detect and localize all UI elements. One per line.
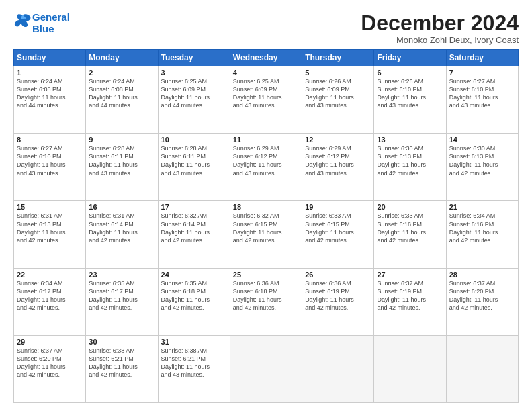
calendar-header-row: SundayMondayTuesdayWednesdayThursdayFrid… — [14, 50, 519, 66]
day-number: 3 — [161, 68, 227, 77]
calendar-cell — [230, 335, 302, 402]
day-info: Sunrise: 6:35 AMSunset: 6:17 PMDaylight:… — [89, 279, 154, 312]
calendar-cell: 15Sunrise: 6:31 AMSunset: 6:13 PMDayligh… — [14, 201, 86, 268]
day-info: Sunrise: 6:37 AMSunset: 6:19 PMDaylight:… — [377, 279, 443, 312]
calendar-cell — [446, 335, 518, 402]
day-info: Sunrise: 6:32 AMSunset: 6:15 PMDaylight:… — [233, 212, 299, 244]
day-number: 5 — [305, 68, 371, 77]
day-info: Sunrise: 6:33 AMSunset: 6:16 PMDaylight:… — [377, 212, 443, 244]
calendar-cell: 21Sunrise: 6:34 AMSunset: 6:16 PMDayligh… — [446, 201, 518, 268]
day-info: Sunrise: 6:38 AMSunset: 6:21 PMDaylight:… — [161, 347, 227, 379]
calendar-cell: 29Sunrise: 6:37 AMSunset: 6:20 PMDayligh… — [14, 335, 86, 402]
day-info: Sunrise: 6:37 AMSunset: 6:20 PMDaylight:… — [449, 279, 515, 312]
logo-text: GeneralBlue — [32, 12, 70, 34]
calendar-cell: 20Sunrise: 6:33 AMSunset: 6:16 PMDayligh… — [374, 201, 446, 268]
day-info: Sunrise: 6:29 AMSunset: 6:12 PMDaylight:… — [305, 144, 371, 177]
calendar-cell: 11Sunrise: 6:29 AMSunset: 6:12 PMDayligh… — [230, 134, 302, 201]
day-of-week-wednesday: Wednesday — [230, 50, 302, 66]
calendar-cell: 26Sunrise: 6:36 AMSunset: 6:19 PMDayligh… — [302, 268, 374, 335]
day-number: 23 — [89, 271, 154, 279]
day-info: Sunrise: 6:36 AMSunset: 6:19 PMDaylight:… — [305, 279, 371, 312]
calendar-cell: 23Sunrise: 6:35 AMSunset: 6:17 PMDayligh… — [86, 268, 158, 335]
day-info: Sunrise: 6:26 AMSunset: 6:10 PMDaylight:… — [377, 77, 443, 110]
day-number: 7 — [449, 68, 515, 77]
day-info: Sunrise: 6:38 AMSunset: 6:21 PMDaylight:… — [89, 347, 154, 379]
calendar-cell: 5Sunrise: 6:26 AMSunset: 6:09 PMDaylight… — [302, 66, 374, 134]
day-number: 1 — [17, 68, 83, 77]
day-info: Sunrise: 6:31 AMSunset: 6:13 PMDaylight:… — [17, 212, 83, 244]
day-info: Sunrise: 6:37 AMSunset: 6:20 PMDaylight:… — [17, 347, 83, 379]
day-of-week-friday: Friday — [374, 50, 446, 66]
day-number: 20 — [377, 203, 443, 211]
calendar-cell: 3Sunrise: 6:25 AMSunset: 6:09 PMDaylight… — [158, 66, 230, 134]
day-of-week-thursday: Thursday — [302, 50, 374, 66]
day-info: Sunrise: 6:30 AMSunset: 6:13 PMDaylight:… — [377, 144, 443, 177]
day-number: 30 — [89, 338, 154, 346]
calendar-cell: 17Sunrise: 6:32 AMSunset: 6:14 PMDayligh… — [158, 201, 230, 268]
calendar-cell: 18Sunrise: 6:32 AMSunset: 6:15 PMDayligh… — [230, 201, 302, 268]
day-number: 28 — [449, 271, 515, 279]
day-number: 25 — [233, 271, 299, 279]
day-number: 10 — [161, 136, 227, 144]
day-number: 17 — [161, 203, 227, 211]
calendar-cell: 24Sunrise: 6:35 AMSunset: 6:18 PMDayligh… — [158, 268, 230, 335]
calendar-cell: 4Sunrise: 6:25 AMSunset: 6:09 PMDaylight… — [230, 66, 302, 134]
day-info: Sunrise: 6:30 AMSunset: 6:13 PMDaylight:… — [449, 144, 515, 177]
day-number: 2 — [89, 68, 154, 77]
day-info: Sunrise: 6:28 AMSunset: 6:11 PMDaylight:… — [89, 144, 154, 177]
day-info: Sunrise: 6:25 AMSunset: 6:09 PMDaylight:… — [161, 77, 227, 110]
calendar-cell — [374, 335, 446, 402]
calendar-cell: 30Sunrise: 6:38 AMSunset: 6:21 PMDayligh… — [86, 335, 158, 402]
day-info: Sunrise: 6:27 AMSunset: 6:10 PMDaylight:… — [449, 77, 515, 110]
day-number: 22 — [17, 271, 83, 279]
day-number: 29 — [17, 338, 83, 346]
day-number: 11 — [233, 136, 299, 144]
day-info: Sunrise: 6:24 AMSunset: 6:08 PMDaylight:… — [89, 77, 154, 110]
calendar-week-4: 22Sunrise: 6:34 AMSunset: 6:17 PMDayligh… — [14, 268, 519, 335]
location: Monoko Zohi Deux, Ivory Coast — [361, 35, 519, 45]
calendar-cell: 2Sunrise: 6:24 AMSunset: 6:08 PMDaylight… — [86, 66, 158, 134]
day-info: Sunrise: 6:24 AMSunset: 6:08 PMDaylight:… — [17, 77, 83, 110]
day-number: 26 — [305, 271, 371, 279]
day-number: 21 — [449, 203, 515, 211]
calendar-week-1: 1Sunrise: 6:24 AMSunset: 6:08 PMDaylight… — [14, 66, 519, 134]
day-number: 6 — [377, 68, 443, 77]
calendar-cell: 9Sunrise: 6:28 AMSunset: 6:11 PMDaylight… — [86, 134, 158, 201]
day-number: 31 — [161, 338, 227, 346]
day-number: 9 — [89, 136, 154, 144]
calendar-cell: 25Sunrise: 6:36 AMSunset: 6:18 PMDayligh… — [230, 268, 302, 335]
calendar-cell: 16Sunrise: 6:31 AMSunset: 6:14 PMDayligh… — [86, 201, 158, 268]
logo: GeneralBlue — [13, 12, 70, 34]
calendar-cell: 31Sunrise: 6:38 AMSunset: 6:21 PMDayligh… — [158, 335, 230, 402]
calendar-cell: 19Sunrise: 6:33 AMSunset: 6:15 PMDayligh… — [302, 201, 374, 268]
day-number: 8 — [17, 136, 83, 144]
day-info: Sunrise: 6:27 AMSunset: 6:10 PMDaylight:… — [17, 144, 83, 177]
day-info: Sunrise: 6:36 AMSunset: 6:18 PMDaylight:… — [233, 279, 299, 312]
day-info: Sunrise: 6:34 AMSunset: 6:16 PMDaylight:… — [449, 212, 515, 244]
day-of-week-saturday: Saturday — [446, 50, 518, 66]
day-info: Sunrise: 6:25 AMSunset: 6:09 PMDaylight:… — [233, 77, 299, 110]
calendar-week-3: 15Sunrise: 6:31 AMSunset: 6:13 PMDayligh… — [14, 201, 519, 268]
calendar-cell: 8Sunrise: 6:27 AMSunset: 6:10 PMDaylight… — [14, 134, 86, 201]
calendar-cell: 7Sunrise: 6:27 AMSunset: 6:10 PMDaylight… — [446, 66, 518, 134]
calendar: SundayMondayTuesdayWednesdayThursdayFrid… — [13, 49, 519, 403]
header: GeneralBlue December 2024 Monoko Zohi De… — [13, 12, 519, 45]
calendar-cell: 10Sunrise: 6:28 AMSunset: 6:11 PMDayligh… — [158, 134, 230, 201]
calendar-cell: 13Sunrise: 6:30 AMSunset: 6:13 PMDayligh… — [374, 134, 446, 201]
day-of-week-sunday: Sunday — [14, 50, 86, 66]
day-info: Sunrise: 6:34 AMSunset: 6:17 PMDaylight:… — [17, 279, 83, 312]
calendar-cell: 22Sunrise: 6:34 AMSunset: 6:17 PMDayligh… — [14, 268, 86, 335]
day-info: Sunrise: 6:33 AMSunset: 6:15 PMDaylight:… — [305, 212, 371, 244]
calendar-cell — [302, 335, 374, 402]
logo-bird-icon — [13, 11, 32, 30]
day-number: 16 — [89, 203, 154, 211]
calendar-week-5: 29Sunrise: 6:37 AMSunset: 6:20 PMDayligh… — [14, 335, 519, 402]
calendar-cell: 27Sunrise: 6:37 AMSunset: 6:19 PMDayligh… — [374, 268, 446, 335]
day-info: Sunrise: 6:32 AMSunset: 6:14 PMDaylight:… — [161, 212, 227, 244]
day-number: 15 — [17, 203, 83, 211]
day-number: 24 — [161, 271, 227, 279]
calendar-cell: 1Sunrise: 6:24 AMSunset: 6:08 PMDaylight… — [14, 66, 86, 134]
day-number: 27 — [377, 271, 443, 279]
day-info: Sunrise: 6:31 AMSunset: 6:14 PMDaylight:… — [89, 212, 154, 244]
day-number: 12 — [305, 136, 371, 144]
